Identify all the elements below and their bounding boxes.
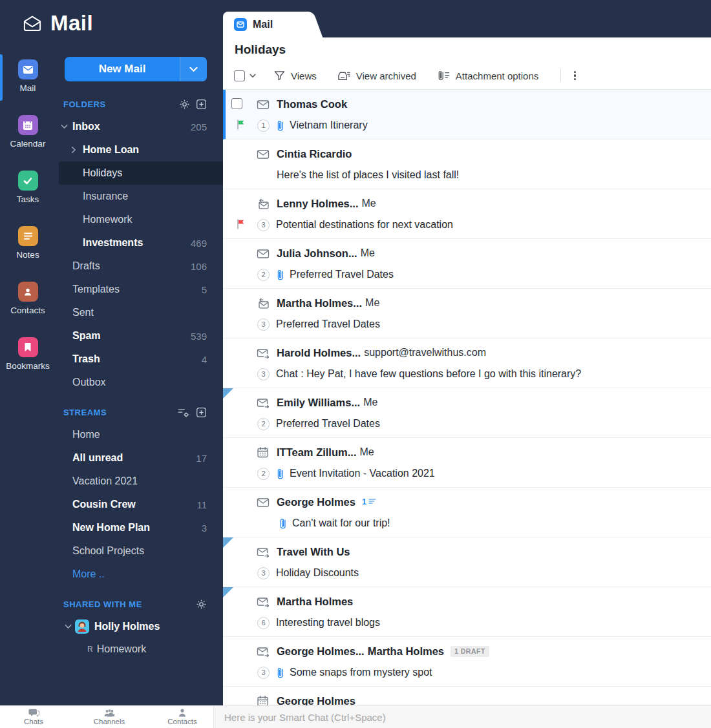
thread-count: 3 <box>257 368 270 380</box>
dock-tab-label: Chats <box>24 718 43 726</box>
rail-item-label: Calendar <box>10 139 46 149</box>
rail-item-contacts[interactable]: Contacts <box>0 275 56 331</box>
chevron-down-icon[interactable] <box>249 74 256 78</box>
sender-name: George Holmes <box>277 496 356 508</box>
rail-item-calendar[interactable]: Calendar <box>0 109 56 164</box>
chevron-down-icon[interactable] <box>61 124 68 129</box>
mail-subject: Potential destinations for next vacation <box>276 219 453 231</box>
smart-chat-input[interactable]: Here is your Smart Chat (Ctrl+Space) <box>213 705 711 728</box>
mail-subject: Interesting travel blogs <box>276 617 380 629</box>
add-stream-icon[interactable] <box>196 407 207 418</box>
person-icon <box>178 708 187 718</box>
folder-item-inbox[interactable]: Inbox205 <box>56 115 223 138</box>
folder-item-investments[interactable]: Investments469 <box>56 231 223 255</box>
mail-row[interactable]: ITTeam Zillum...Me2Event Invitation - Va… <box>223 438 711 488</box>
rail-item-label: Tasks <box>17 194 39 204</box>
unread-count: 11 <box>196 499 207 510</box>
folders-header: FOLDERS <box>63 99 207 110</box>
unread-count: 4 <box>202 354 207 365</box>
mail-row[interactable]: Travel With Us3Holiday Discounts <box>223 537 711 587</box>
folder-item-home-loan[interactable]: Home Loan <box>56 138 223 161</box>
bottom-bar: ChatsChannelsContacts Here is your Smart… <box>0 705 711 728</box>
mail-row[interactable]: Lenny Holmes...Me3Potential destinations… <box>223 189 711 239</box>
paperclip-icon <box>276 269 284 280</box>
rail-item-bookmarks[interactable]: Bookmarks <box>0 331 56 386</box>
calendar-icon <box>18 115 38 135</box>
list-toolbar: Views View archived Attachment options <box>223 62 711 90</box>
folder-item-drafts[interactable]: Drafts106 <box>56 255 223 278</box>
mail-subject: Holiday Discounts <box>276 567 359 579</box>
dock-tab-contacts[interactable]: Contacts <box>151 706 213 728</box>
folder-item-holidays[interactable]: Holidays <box>59 161 223 185</box>
calendar-icon <box>257 446 270 458</box>
mail-row[interactable]: Thomas Cook1Vietnam Itinerary <box>223 90 711 140</box>
mail-row[interactable]: Emily Williams...Me2Preferred Travel Dat… <box>223 388 711 438</box>
mail-row[interactable]: Cintia RicardioHere's the list of places… <box>223 140 711 189</box>
rail-item-mail[interactable]: Mail <box>0 53 56 109</box>
sender-name: ITTeam Zillum... <box>277 446 356 459</box>
item-label: Trash <box>72 353 100 365</box>
stream-item-home[interactable]: Home <box>56 423 223 446</box>
mail-subject: Here's the list of places I visited last… <box>277 169 459 181</box>
rail-item-notes[interactable]: Notes <box>0 220 56 275</box>
more-options-kebab-icon[interactable] <box>570 68 580 83</box>
stream-item-vacation-2021[interactable]: Vacation 2021 <box>56 470 223 493</box>
stream-item-all-unread[interactable]: All unread17 <box>56 446 223 470</box>
new-mail-dropdown[interactable] <box>180 57 207 81</box>
archive-icon <box>337 70 350 81</box>
shared-folder-homework[interactable]: R Homework <box>56 638 223 660</box>
mail-subject: Event Invitation - Vacation 2021 <box>290 468 435 479</box>
sender-name: Travel With Us <box>277 546 350 558</box>
mail-row[interactable]: Martha Holmes...Me3Preferred Travel Date… <box>223 289 711 338</box>
envelope-forward-icon <box>257 397 270 408</box>
stream-item-school-projects[interactable]: School Projects <box>56 539 223 563</box>
rail-item-label: Contacts <box>10 306 45 315</box>
folder-item-outbox[interactable]: Outbox <box>56 371 223 394</box>
dock-tab-channels[interactable]: Channels <box>67 706 151 728</box>
dock-tab-chats[interactable]: Chats <box>0 706 67 728</box>
mail-row[interactable]: Harold Holmes...support@travelwithus.com… <box>223 338 711 388</box>
mail-row[interactable]: Julia Johnson...Me2Preferred Travel Date… <box>223 239 711 289</box>
mail-row[interactable]: George Holmes <box>223 687 711 705</box>
stream-item-more-[interactable]: More .. <box>56 563 223 586</box>
select-all-control[interactable] <box>234 70 256 81</box>
unread-count: 469 <box>191 238 207 249</box>
add-folder-icon[interactable] <box>196 99 207 110</box>
rail-item-tasks[interactable]: Tasks <box>0 164 56 220</box>
folder-item-templates[interactable]: Templates5 <box>56 278 223 301</box>
select-all-checkbox[interactable] <box>234 70 245 81</box>
views-button[interactable]: Views <box>274 70 317 81</box>
shared-person-holly[interactable]: Holly Holmes <box>56 615 223 638</box>
stream-settings-icon[interactable] <box>177 408 190 418</box>
folder-item-sent[interactable]: Sent <box>56 301 223 324</box>
shared-role-badge: R <box>87 645 93 654</box>
folder-item-insurance[interactable]: Insurance <box>56 185 223 208</box>
mail-row[interactable]: Martha Holmes6Interesting travel blogs <box>223 587 711 637</box>
folder-settings-gear-icon[interactable] <box>179 99 190 110</box>
item-label: Insurance <box>83 191 128 202</box>
item-label: Home <box>72 429 100 441</box>
folder-item-spam[interactable]: Spam539 <box>56 324 223 348</box>
folder-item-homework[interactable]: Homework <box>56 208 223 231</box>
rail-item-label: Notes <box>16 250 39 260</box>
attachment-options-button[interactable]: Attachment options <box>437 70 538 81</box>
mail-row[interactable]: George Holmes1Can't wait for our trip! <box>223 488 711 537</box>
streams-header: STREAMS <box>63 407 207 418</box>
dock-tab-label: Contacts <box>167 718 196 726</box>
rail-item-label: Bookmarks <box>6 361 50 371</box>
mail-row[interactable]: George Holmes...Martha Holmes1 DRAFT3Som… <box>223 637 711 687</box>
thread-count: 3 <box>257 667 270 679</box>
chevron-down-icon[interactable] <box>65 624 72 629</box>
shared-settings-gear-icon[interactable] <box>196 599 207 610</box>
tab-mail[interactable]: Mail <box>223 12 304 37</box>
chevron-right-icon[interactable] <box>71 147 76 154</box>
item-label: Investments <box>83 237 143 249</box>
new-mail-button[interactable]: New Mail <box>65 57 207 81</box>
stream-item-cousin-crew[interactable]: Cousin Crew11 <box>56 493 223 516</box>
shared-folder-label: Homework <box>97 643 146 655</box>
sender-name: George Holmes <box>277 695 356 706</box>
view-archived-button[interactable]: View archived <box>337 70 416 81</box>
folder-item-trash[interactable]: Trash4 <box>56 348 223 371</box>
stream-item-new-home-plan[interactable]: New Home Plan3 <box>56 516 223 539</box>
sender-name: Lenny Holmes... <box>277 198 359 210</box>
